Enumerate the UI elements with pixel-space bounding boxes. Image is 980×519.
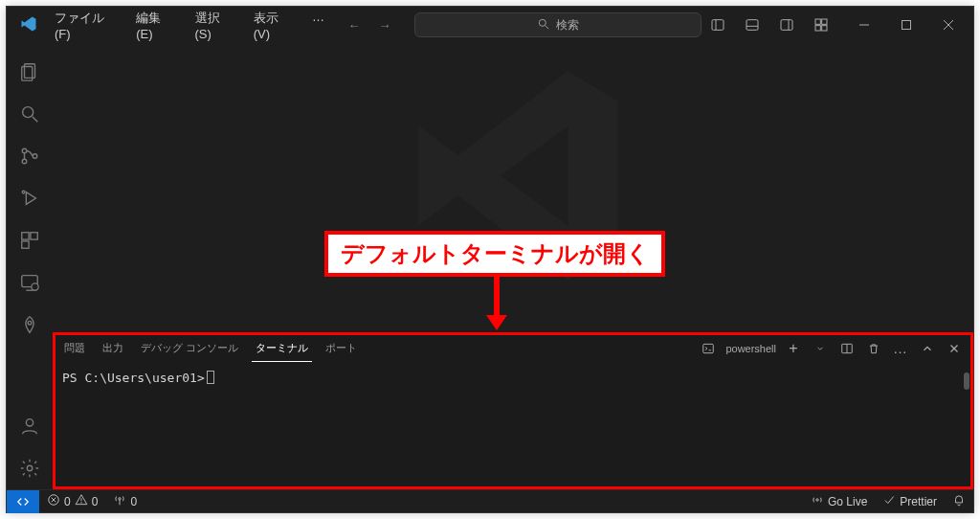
prettier-label: Prettier: [900, 495, 937, 508]
annotation-arrow-icon: [495, 277, 499, 321]
scrollbar-thumb[interactable]: [964, 372, 969, 390]
remote-indicator[interactable]: [7, 490, 39, 513]
toggle-panel-icon[interactable]: [736, 9, 768, 41]
status-notifications[interactable]: [945, 493, 973, 509]
menu-view[interactable]: 表示(V): [246, 6, 301, 45]
svg-rect-2: [712, 20, 724, 31]
broadcast-icon: [811, 493, 824, 509]
search-placeholder: 検索: [556, 17, 579, 34]
tab-terminal[interactable]: ターミナル: [254, 335, 310, 361]
ports-count: 0: [130, 495, 137, 508]
svg-rect-10: [815, 26, 820, 31]
warning-count: 0: [92, 495, 99, 508]
remote-explorer-icon[interactable]: [7, 261, 53, 304]
toggle-primary-sidebar-icon[interactable]: [702, 9, 734, 41]
command-center[interactable]: 検索: [414, 12, 702, 37]
status-bar: 0 0 0 Go Live Prettier: [7, 489, 973, 512]
terminal-profile-name[interactable]: powershell: [725, 343, 776, 354]
explorer-icon[interactable]: [7, 51, 53, 93]
svg-point-44: [119, 498, 121, 500]
warning-icon: [75, 493, 88, 509]
toggle-secondary-sidebar-icon[interactable]: [770, 9, 803, 41]
debug-icon[interactable]: [7, 177, 53, 219]
svg-point-43: [80, 503, 81, 504]
extensions-icon[interactable]: [7, 219, 53, 261]
svg-rect-27: [22, 241, 29, 248]
customize-layout-icon[interactable]: [805, 9, 837, 41]
svg-rect-4: [746, 20, 758, 31]
bell-icon: [952, 493, 966, 509]
svg-point-22: [33, 154, 37, 159]
error-count: 0: [64, 495, 71, 508]
search-icon: [537, 17, 550, 34]
svg-rect-26: [31, 233, 37, 239]
terminal-profile-icon[interactable]: [699, 339, 718, 358]
nav-arrows: ← →: [342, 12, 397, 37]
close-window-button[interactable]: [927, 9, 969, 41]
panel-actions: powershell + …: [699, 339, 964, 358]
menu-bar: ファイル(F) 編集(E) 選択(S) 表示(V) …: [47, 6, 332, 45]
svg-point-32: [26, 419, 33, 426]
maximize-button[interactable]: [885, 9, 927, 41]
svg-rect-9: [822, 19, 827, 24]
svg-rect-6: [781, 20, 792, 31]
tab-problems[interactable]: 問題: [62, 335, 87, 361]
terminal-dropdown-icon[interactable]: [811, 339, 830, 358]
status-prettier[interactable]: Prettier: [875, 493, 945, 509]
terminal-cursor: [207, 371, 214, 384]
svg-rect-13: [902, 21, 911, 30]
layout-controls: [702, 9, 837, 41]
svg-point-18: [23, 107, 33, 118]
svg-rect-34: [703, 344, 714, 352]
kill-terminal-icon[interactable]: [864, 339, 883, 358]
svg-line-19: [33, 117, 38, 123]
svg-point-21: [22, 159, 27, 164]
svg-rect-25: [22, 233, 29, 239]
menu-file[interactable]: ファイル(F): [47, 6, 124, 45]
more-actions-icon[interactable]: …: [891, 339, 910, 358]
activity-bar: [7, 43, 53, 489]
svg-point-33: [27, 465, 33, 471]
menu-selection[interactable]: 選択(S): [188, 6, 242, 45]
svg-point-30: [32, 283, 38, 290]
svg-point-45: [816, 499, 818, 501]
status-ports[interactable]: 0: [105, 490, 145, 512]
new-terminal-button[interactable]: +: [784, 339, 803, 358]
nav-back-icon[interactable]: ←: [342, 12, 367, 37]
terminal-panel: 問題 出力 デバッグ コンソール ターミナル ポート powershell +: [53, 332, 973, 489]
svg-point-0: [539, 19, 546, 26]
nav-forward-icon[interactable]: →: [372, 12, 397, 37]
tab-output[interactable]: 出力: [100, 335, 125, 361]
error-icon: [47, 493, 60, 509]
minimize-button[interactable]: [843, 9, 885, 41]
svg-line-1: [546, 25, 549, 29]
tab-debug-console[interactable]: デバッグ コンソール: [139, 335, 240, 361]
terminal-body[interactable]: PS C:\Users\user01>: [62, 363, 964, 485]
radio-tower-icon: [113, 493, 126, 509]
search-icon[interactable]: [7, 93, 53, 135]
tab-ports[interactable]: ポート: [323, 335, 359, 361]
check-icon: [882, 493, 896, 509]
terminal-prompt: PS C:\Users\user01>: [62, 371, 205, 385]
status-problems[interactable]: 0 0: [39, 490, 105, 512]
testing-icon[interactable]: [7, 304, 53, 346]
menu-edit[interactable]: 編集(E): [128, 6, 183, 45]
maximize-panel-icon[interactable]: [918, 339, 937, 358]
svg-point-31: [28, 321, 32, 325]
window-controls: [843, 9, 969, 41]
annotation-callout: デフォルトターミナルが開く: [324, 231, 665, 277]
close-panel-icon[interactable]: [945, 339, 964, 358]
status-go-live[interactable]: Go Live: [803, 493, 875, 509]
svg-point-20: [22, 148, 27, 153]
svg-rect-11: [822, 26, 827, 31]
split-terminal-icon[interactable]: [837, 339, 857, 358]
vscode-logo-icon: [11, 15, 47, 35]
panel-tabs: 問題 出力 デバッグ コンソール ターミナル ポート powershell +: [53, 332, 973, 363]
source-control-icon[interactable]: [7, 135, 53, 177]
gear-icon[interactable]: [7, 447, 53, 489]
main-area: 問題 出力 デバッグ コンソール ターミナル ポート powershell +: [7, 43, 973, 489]
vscode-window: ファイル(F) 編集(E) 選択(S) 表示(V) … ← → 検索: [6, 6, 974, 513]
svg-rect-8: [815, 19, 820, 24]
menu-overflow[interactable]: …: [304, 6, 332, 45]
account-icon[interactable]: [7, 405, 53, 447]
